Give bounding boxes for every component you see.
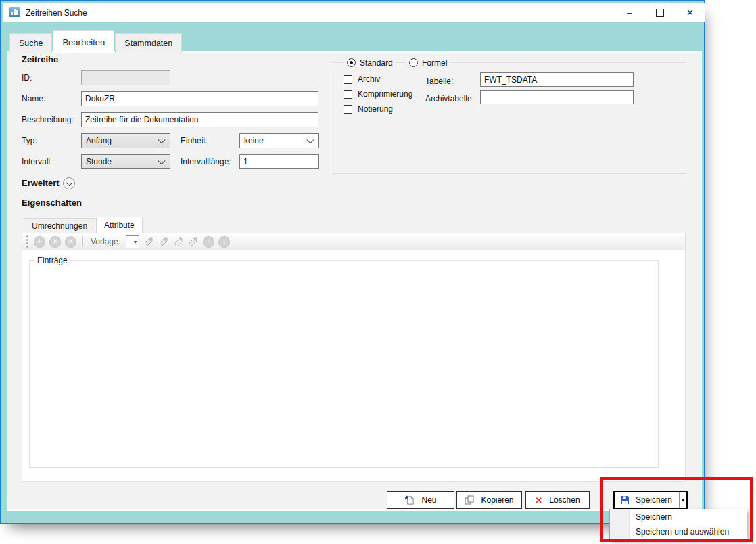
attribute-tab-page: + ✕ ✕ Vorlage: ▾ [22,233,686,482]
tab-bearbeiten[interactable]: Bearbeiten [53,30,114,53]
einheit-value: keine [244,136,264,145]
move-up-button[interactable]: ↑ [203,236,214,248]
chevron-down-icon [66,179,72,186]
chevron-down-icon [158,157,165,164]
speichern-button-label: Speichern [636,495,672,505]
tab-attribute[interactable]: Attribute [96,217,143,233]
eintraege-list[interactable]: Einträge [29,260,659,468]
app-chart-icon [9,7,20,18]
x-circle-icon: ✕ [52,238,57,245]
desktop: Zeitreihen Suche – ✕ Suche Bearbeiten [0,0,756,544]
menu-item-speichern[interactable]: Speichern [610,509,747,524]
checkbox-icon [344,75,352,84]
application-window: Zeitreihen Suche – ✕ Suche Bearbeiten [0,0,705,524]
neu-button-label: Neu [421,495,436,505]
new-document-icon [404,495,415,505]
formel-radio[interactable]: Formel [406,58,450,68]
attribute-toolbar: + ✕ ✕ Vorlage: ▾ [22,233,685,250]
name-label: Name: [22,94,45,104]
vorlage-label: Vorlage: [91,237,120,246]
plus-icon: + [38,238,42,245]
vorlage-dropdown[interactable]: ▾ [126,235,139,248]
intervalllaenge-label: Intervalllänge: [181,157,231,166]
down-arrow-icon: ↓ [222,238,226,245]
name-field[interactable] [81,91,318,106]
formel-radio-label: Formel [422,58,447,68]
erweitert-expand-button[interactable] [63,177,75,189]
beschreibung-field[interactable] [81,112,318,127]
tabelle-field[interactable] [480,72,634,87]
speichern-dropdown-menu: Speichern Speichern und auswählen [609,509,747,541]
archivtabelle-field[interactable] [480,90,634,104]
archiv-checkbox[interactable]: Archiv [344,74,380,84]
delete-template-icon[interactable] [188,236,199,247]
toolbar-separator [82,236,83,247]
archivtabelle-label: Archivtabelle: [425,94,474,104]
close-icon: ✕ [686,7,694,18]
beschreibung-label: Beschreibung: [22,115,74,124]
menu-item-speichern-und-auswaehlen-label: Speichern und auswählen [636,527,729,537]
delete-x-icon: ✕ [535,495,542,505]
standard-radio[interactable]: Standard [344,58,396,68]
tab-stammdaten[interactable]: Stammdaten [115,33,182,53]
move-down-button[interactable]: ↓ [218,236,230,248]
notierung-checkbox[interactable]: Notierung [344,104,393,114]
chevron-down-icon [158,136,165,143]
tab-suche[interactable]: Suche [9,33,52,53]
menu-item-speichern-und-auswaehlen[interactable]: Speichern und auswählen [610,524,747,539]
tab-umrechnungen-label: Umrechnungen [32,221,87,231]
tab-umrechnungen[interactable]: Umrechnungen [24,218,95,233]
main-tab-strip: Suche Bearbeiten Stammdaten [9,30,183,53]
edit-template-icon[interactable] [173,236,184,247]
typ-dropdown[interactable]: Anfang [81,133,170,148]
intervalllaenge-field[interactable] [239,154,319,169]
close-button[interactable]: ✕ [675,3,705,22]
window-title: Zeitreihen Suche [26,8,87,18]
dropdown-arrow-icon: ▾ [682,497,685,503]
standard-radio-label: Standard [360,58,393,68]
id-label: ID: [22,73,32,83]
loeschen-button-label: Löschen [549,495,580,505]
minimize-button[interactable]: – [614,3,644,22]
komprimierung-checkbox[interactable]: Komprimierung [344,89,412,99]
maximize-icon [656,9,664,17]
tabelle-label: Tabelle: [425,76,453,86]
copy-icon [465,495,474,505]
einheit-dropdown[interactable]: keine [239,133,319,148]
minimize-icon: – [627,7,632,18]
radio-unchecked-icon [409,58,418,67]
reload-template-icon[interactable] [158,236,169,247]
speichern-main-button[interactable]: Speichern [615,492,679,508]
speichern-split-button[interactable]: Speichern ▾ [613,491,688,509]
remove-all-entries-button[interactable]: ✕ [65,236,76,248]
erweitert-heading: Erweitert [22,178,60,188]
dropdown-arrow-icon: ▾ [134,239,137,245]
tab-attribute-label: Attribute [104,221,135,230]
tab-suche-label: Suche [19,39,43,48]
menu-item-speichern-label: Speichern [636,512,672,522]
tab-stammdaten-label: Stammdaten [124,39,172,48]
toolbar-grip-handle[interactable] [26,235,28,248]
eintraege-label: Einträge [34,256,70,265]
loeschen-button[interactable]: ✕ Löschen [525,491,590,509]
tab-bearbeiten-label: Bearbeiten [62,37,105,47]
kopieren-button[interactable]: Kopieren [456,491,522,509]
speichern-dropdown-toggle[interactable]: ▾ [679,492,686,508]
zeitreihe-heading: Zeitreihe [22,54,58,64]
add-entry-button[interactable]: + [34,236,45,248]
up-arrow-icon: ↑ [207,238,210,245]
kopieren-button-label: Kopieren [481,495,513,505]
notierung-checkbox-label: Notierung [358,104,393,114]
window-controls: – ✕ [614,3,705,22]
apply-template-icon[interactable] [143,236,154,247]
remove-entry-button[interactable]: ✕ [49,236,61,248]
neu-button[interactable]: Neu [387,491,454,509]
typ-label: Typ: [22,136,37,145]
intervall-label: Intervall: [22,157,52,166]
id-field [81,70,170,85]
komprimierung-checkbox-label: Komprimierung [358,89,412,99]
eigenschaften-tab-strip: Umrechnungen Attribute [24,217,143,233]
intervall-dropdown[interactable]: Stunde [81,154,170,169]
typ-value: Anfang [86,136,112,145]
maximize-button[interactable] [644,3,675,22]
